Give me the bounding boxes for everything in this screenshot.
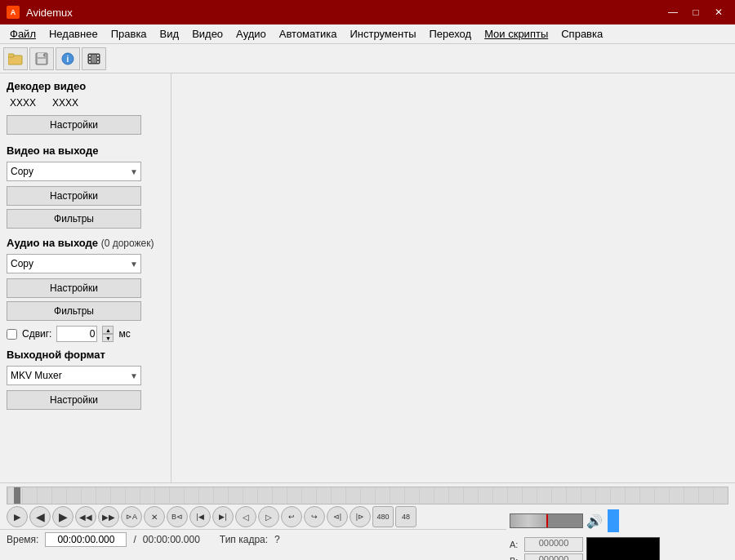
shift-checkbox[interactable] <box>7 329 17 340</box>
prev-edit-button[interactable]: ⊲| <box>327 506 348 527</box>
a-label: A: <box>510 540 521 549</box>
output-format-title: Выходной формат <box>7 349 164 361</box>
bottom-area: ▶ ◀ ▶ ◀◀ ▶▶ ⊳A ✕ B⊲ |◀ ▶| ◁ <box>0 482 735 560</box>
app-icon: A <box>7 6 20 19</box>
mark-b-button[interactable]: B⊲ <box>167 506 188 527</box>
menu-audio[interactable]: Аудио <box>229 26 273 42</box>
svg-rect-12 <box>89 61 91 63</box>
timeline-thumb[interactable] <box>14 487 20 504</box>
video-settings-button[interactable]: Настройки <box>7 186 141 206</box>
shift-input[interactable] <box>56 326 97 342</box>
volume-marker <box>546 514 548 527</box>
prev-segment-button[interactable]: ◀ <box>29 506 51 527</box>
svg-rect-9 <box>89 55 91 56</box>
menu-auto[interactable]: Автоматика <box>273 26 344 42</box>
shift-row: Сдвиг: ▲ ▼ мс <box>7 326 164 342</box>
shift-down-button[interactable]: ▼ <box>102 334 114 342</box>
rewind-button[interactable]: ◀◀ <box>75 506 96 527</box>
minimize-button[interactable]: — <box>663 4 683 20</box>
maximize-button[interactable]: □ <box>686 4 706 20</box>
menu-scripts[interactable]: Мои скрипты <box>478 26 555 42</box>
decoder-settings-button[interactable]: Настройки <box>7 115 141 135</box>
svg-rect-1 <box>8 54 14 57</box>
video-output-title: Видео на выходе <box>7 144 164 157</box>
b-marker-row: B: 000000 <box>510 553 583 560</box>
menu-view[interactable]: Вид <box>154 26 186 42</box>
open-button[interactable] <box>3 47 28 70</box>
next-edit-button[interactable]: |⊳ <box>350 506 371 527</box>
jump-48-button[interactable]: 48 <box>395 506 416 527</box>
titlebar: A Avidemux — □ ✕ <box>0 0 735 24</box>
svg-rect-5 <box>43 54 45 56</box>
svg-text:i: i <box>67 55 69 64</box>
left-panel: Декодер видео XXXX XXXX Настройки Видео … <box>0 73 172 482</box>
svg-rect-11 <box>97 55 99 56</box>
svg-rect-15 <box>97 58 99 60</box>
info-button[interactable]: i <box>56 47 80 70</box>
volume-bar[interactable] <box>510 513 583 528</box>
video-output-dropdown[interactable]: Copy <box>7 162 141 181</box>
a-marker-row: A: 000000 <box>510 537 583 552</box>
play-button[interactable]: ▶ <box>7 506 28 527</box>
ab-preview-row: A: 000000 B: 000000 Выборка: 000000 <box>510 537 732 560</box>
step-forward-button[interactable]: ▷ <box>258 506 279 527</box>
current-time[interactable]: 00:00:00.000 <box>45 532 127 547</box>
frame-type-value: ? <box>274 534 280 545</box>
audio-output-dropdown[interactable]: Copy <box>7 254 141 273</box>
center-area <box>172 73 735 482</box>
total-time: 00:00:00.000 <box>143 534 200 545</box>
goto-start-button[interactable]: |◀ <box>189 506 211 527</box>
codec-col2: XXXX <box>52 97 78 109</box>
menubar: Файл Недавнее Правка Вид Видео Аудио Авт… <box>0 24 735 44</box>
video-filters-button[interactable]: Фильтры <box>7 209 141 229</box>
menu-recent[interactable]: Недавнее <box>42 26 105 42</box>
transport-left: ▶ ◀ ▶ ◀◀ ▶▶ ⊳A ✕ B⊲ |◀ ▶| ◁ <box>0 504 506 560</box>
timeline[interactable] <box>7 487 728 504</box>
ab-fields: A: 000000 B: 000000 Выборка: 000000 <box>510 537 583 560</box>
mute-slider[interactable] <box>608 509 619 532</box>
b-label: B: <box>510 556 521 560</box>
audio-filters-button[interactable]: Фильтры <box>7 301 141 321</box>
close-button[interactable]: ✕ <box>709 4 728 20</box>
next-segment-button[interactable]: ▶ <box>52 506 74 527</box>
video-decoder-title: Декодер видео <box>7 80 164 92</box>
menu-file[interactable]: Файл <box>3 26 42 42</box>
svg-rect-4 <box>38 59 46 64</box>
time-label: Время: <box>7 534 38 545</box>
main-area: Декодер видео XXXX XXXX Настройки Видео … <box>0 73 735 482</box>
audio-settings-button[interactable]: Настройки <box>7 278 141 298</box>
volume-row: 🔊 <box>510 509 732 532</box>
fastforward-button[interactable]: ▶▶ <box>98 506 119 527</box>
audio-output-subtitle: (0 дорожек) <box>101 238 154 249</box>
time-separator: / <box>133 534 136 545</box>
shift-label: Сдвиг: <box>22 328 51 340</box>
audio-output-header: Аудио на выходе (0 дорожек) <box>7 237 164 249</box>
prev-keyframe-button[interactable]: ↩ <box>281 506 302 527</box>
svg-rect-3 <box>38 53 44 57</box>
a-value[interactable]: 000000 <box>524 537 583 552</box>
step-back-button[interactable]: ◁ <box>235 506 256 527</box>
cut-button[interactable]: ✕ <box>144 506 165 527</box>
menu-goto[interactable]: Переход <box>422 26 478 42</box>
menu-tools[interactable]: Инструменты <box>343 26 422 42</box>
transport-area: ▶ ◀ ▶ ◀◀ ▶▶ ⊳A ✕ B⊲ |◀ ▶| ◁ <box>0 504 735 560</box>
frame-type-label: Тип кадра: <box>220 534 268 545</box>
preview-box <box>586 537 660 560</box>
next-keyframe-button[interactable]: ↪ <box>304 506 325 527</box>
statusbar: Время: 00:00:00.000 / 00:00:00.000 Тип к… <box>0 529 506 549</box>
b-value[interactable]: 000000 <box>524 553 583 560</box>
jump-480-button[interactable]: 480 <box>372 506 394 527</box>
menu-edit[interactable]: Правка <box>105 26 154 42</box>
shift-up-button[interactable]: ▲ <box>102 326 114 334</box>
format-settings-button[interactable]: Настройки <box>7 390 141 410</box>
film-button[interactable] <box>82 47 106 70</box>
menu-help[interactable]: Справка <box>555 26 609 42</box>
mark-a-button[interactable]: ⊳A <box>121 506 142 527</box>
goto-end-button[interactable]: ▶| <box>212 506 234 527</box>
svg-rect-13 <box>97 61 99 63</box>
save-button[interactable] <box>29 47 54 70</box>
menu-video[interactable]: Видео <box>185 26 229 42</box>
volume-icon[interactable]: 🔊 <box>586 513 603 529</box>
output-format-dropdown[interactable]: MKV Muxer <box>7 366 141 385</box>
shift-spinner: ▲ ▼ <box>102 326 114 342</box>
